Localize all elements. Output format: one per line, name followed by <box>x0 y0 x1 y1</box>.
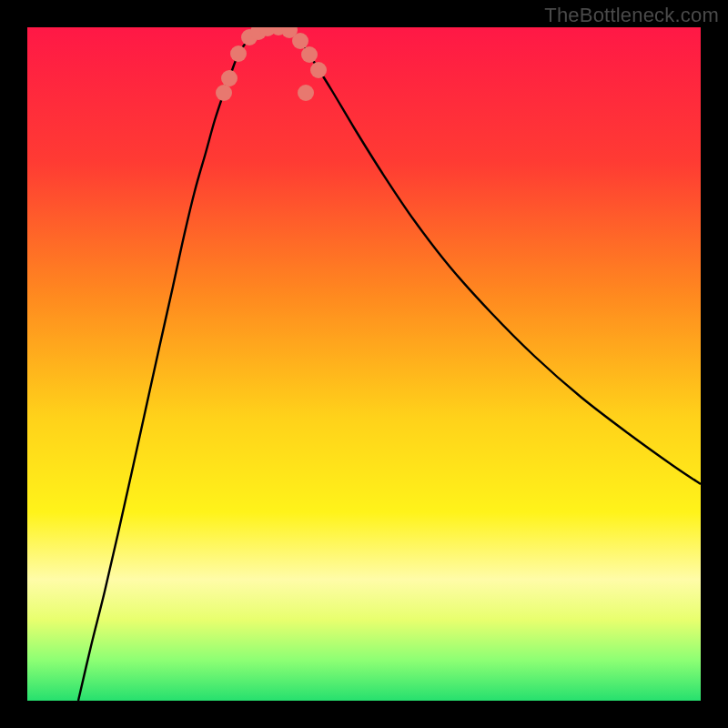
chart-svg <box>27 27 701 701</box>
plot-area <box>27 27 701 701</box>
data-marker <box>216 85 232 101</box>
data-marker <box>298 85 314 101</box>
data-marker <box>301 46 318 63</box>
chart-frame: TheBottleneck.com <box>0 0 728 728</box>
data-marker <box>230 46 247 62</box>
data-marker <box>221 70 238 86</box>
data-marker <box>310 62 327 78</box>
gradient-background <box>27 27 701 701</box>
data-marker <box>292 33 308 49</box>
watermark-text: TheBottleneck.com <box>544 4 719 27</box>
